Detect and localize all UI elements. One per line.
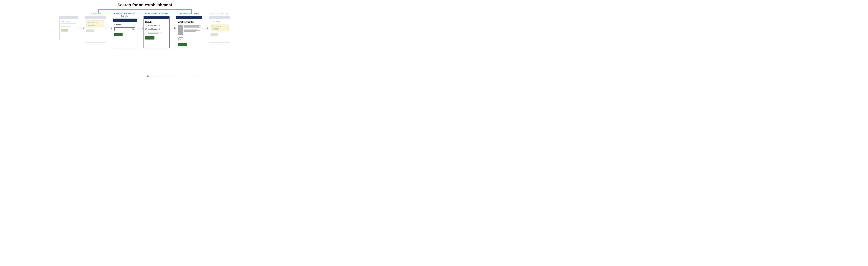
results-btn <box>145 36 154 39</box>
connector-1 <box>78 27 85 30</box>
search-input-row: 🔍 <box>114 28 135 31</box>
results-card-title: Results <box>145 21 168 23</box>
details-page-label: Establishment details <box>180 12 199 15</box>
other2-title: Other pages <box>211 21 228 23</box>
details-content <box>178 25 200 35</box>
radio-group: Yes No <box>178 37 200 41</box>
search-icon: 🔍 <box>132 28 134 30</box>
other1-card-header <box>85 16 106 19</box>
details-page-card: Establishment 2 <box>176 16 202 49</box>
svg-marker-7 <box>174 27 176 29</box>
svg-marker-3 <box>111 27 113 29</box>
svg-marker-9 <box>207 27 209 29</box>
result-item-2: Establishment 2 <box>145 28 168 30</box>
main-container: Search for an establishment Start page <box>0 0 290 89</box>
detail-lines <box>184 25 200 35</box>
detail-line-1 <box>184 25 200 26</box>
start-btn <box>61 29 68 32</box>
other-pages-1-label: Other pages <box>90 12 101 15</box>
other-pages-2-wrapper: Continue the journey Other pages Any typ… <box>209 12 230 43</box>
arrow-svg-1 <box>78 27 85 30</box>
detail-line-6 <box>184 31 196 32</box>
details-page-wrapper: Establishment details Establishment 2 <box>176 12 202 49</box>
detail-line-2 <box>184 26 199 27</box>
search-card-body: Search 🔍 <box>113 22 137 48</box>
svg-marker-12 <box>147 75 149 77</box>
radio-yes: Yes <box>178 37 200 39</box>
arrow-svg-3 <box>137 27 144 30</box>
arrow-svg-2 <box>106 27 113 30</box>
other2-card-header <box>209 16 230 19</box>
connector-5 <box>202 27 209 30</box>
details-card-body: Establishment 2 <box>176 19 202 49</box>
svg-marker-1 <box>83 27 85 29</box>
other-pages-1-wrapper: Other pages Any type of question <box>85 12 106 43</box>
details-btn <box>178 43 187 46</box>
other-pages-2-label: Continue the journey <box>210 12 229 15</box>
start-card-title: Start page <box>61 21 76 23</box>
start-page-label <box>68 12 69 15</box>
start-line-1 <box>61 23 76 24</box>
result-line-2 <box>148 33 158 34</box>
radio-2 <box>145 28 147 30</box>
search-card-header <box>113 19 137 22</box>
flow-row: Start page Other pages <box>0 12 290 49</box>
results-page-label: Establishment results list <box>145 12 168 15</box>
search-page-wrapper: Page with a search box(simple) Search 🔍 <box>113 12 137 48</box>
svg-marker-5 <box>142 27 144 29</box>
other1-btn <box>86 30 94 32</box>
other-pages-2-card: Other pages Any type of question <box>209 16 230 43</box>
results-page-card: Results Establishment 1 Establishment 2 <box>144 16 169 48</box>
radio-no: No <box>178 39 200 41</box>
details-card-header <box>176 16 202 19</box>
radio-no-circle <box>178 39 180 41</box>
connector-2 <box>106 27 113 30</box>
start-line-2 <box>61 26 70 27</box>
search-page-card: Search 🔍 <box>113 19 137 48</box>
details-image-placeholder <box>178 25 183 35</box>
start-page-card: Start page <box>59 16 78 40</box>
other2-card-body: Other pages Any type of question <box>209 19 230 42</box>
start-card-header <box>60 16 78 19</box>
loop-back-arrow <box>146 75 200 85</box>
page-title: Search for an establishment <box>0 3 290 7</box>
results-card-header <box>144 16 169 19</box>
other2-btn <box>211 33 218 36</box>
details-card-title: Establishment 2 <box>178 21 200 23</box>
result-extra-lines <box>148 32 168 34</box>
result-line-1 <box>148 32 162 32</box>
other1-card-body: Any type of question <box>85 19 106 42</box>
result-item-1: Establishment 1 <box>145 25 168 27</box>
radio-no-label: No <box>180 39 182 41</box>
connector-4 <box>169 27 176 30</box>
results-page-wrapper: Establishment results list Results Estab… <box>144 12 169 48</box>
other1-question-box: Any type of question <box>86 21 104 28</box>
other-pages-1-card: Any type of question <box>85 16 106 43</box>
arrow-svg-5 <box>202 27 209 30</box>
detail-line-4 <box>184 29 197 30</box>
radio-yes-label: Yes <box>180 37 183 39</box>
detail-line-5 <box>184 30 200 31</box>
start-card-body: Start page <box>60 19 78 40</box>
detail-line-3 <box>184 28 200 28</box>
search-page-label: Page with a search box(simple) <box>114 12 135 18</box>
search-btn <box>114 33 123 36</box>
connector-3 <box>137 27 144 30</box>
radio-1 <box>145 25 147 27</box>
result-label-1: Establishment 1 <box>148 25 160 27</box>
search-card-title: Search <box>114 24 135 26</box>
other2-question-box: Any type of question <box>211 24 228 31</box>
start-page-wrapper: Start page <box>59 12 78 40</box>
result-label-2: Establishment 2 <box>148 28 160 30</box>
results-card-body: Results Establishment 1 Establishment 2 <box>144 19 169 48</box>
arrow-svg-4 <box>169 27 176 30</box>
radio-yes-circle <box>178 37 180 39</box>
